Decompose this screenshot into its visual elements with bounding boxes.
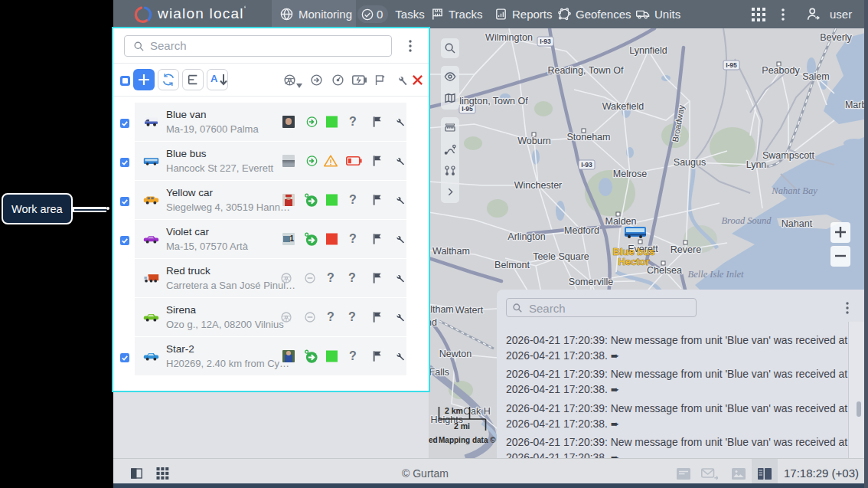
svg-text:Winchester: Winchester xyxy=(514,180,563,191)
svg-text:Arlington: Arlington xyxy=(507,231,545,242)
svg-text:Watert: Watert xyxy=(455,305,484,316)
svg-text:Reading, Town Of: Reading, Town Of xyxy=(547,65,624,76)
svg-text:Salem: Salem xyxy=(802,71,829,82)
svg-text:I-93: I-93 xyxy=(540,38,551,45)
svg-text:Lynn: Lynn xyxy=(746,159,767,170)
svg-text:2 mi: 2 mi xyxy=(454,421,470,431)
svg-text:Hector: Hector xyxy=(618,256,649,267)
svg-text:Wakefield: Wakefield xyxy=(602,101,644,112)
svg-text:altham: altham xyxy=(429,304,454,315)
svg-text:2 km: 2 km xyxy=(445,406,463,415)
svg-text:Teele Square: Teele Square xyxy=(533,251,589,262)
svg-text:r Falls: r Falls xyxy=(429,367,449,378)
svg-text:Medford: Medford xyxy=(564,225,599,236)
svg-text:I-93: I-93 xyxy=(581,161,592,169)
svg-text:Belmont: Belmont xyxy=(494,260,530,270)
svg-text:Belle Isle Inlet: Belle Isle Inlet xyxy=(688,269,744,280)
svg-text:orth Waltham: orth Waltham xyxy=(429,246,470,257)
svg-text:Swampscott: Swampscott xyxy=(762,150,815,161)
svg-text:I-95: I-95 xyxy=(726,61,737,69)
svg-text:Malden: Malden xyxy=(605,216,637,227)
svg-text:Nahant: Nahant xyxy=(782,218,813,229)
svg-text:Stoneham: Stoneham xyxy=(567,132,611,142)
svg-text:Woburn: Woburn xyxy=(517,136,551,146)
svg-text:Saugus: Saugus xyxy=(674,157,706,168)
svg-text:Lynnfield: Lynnfield xyxy=(629,45,667,56)
svg-text:Wilmington: Wilmington xyxy=(485,32,533,43)
svg-text:Nahant Bay: Nahant Bay xyxy=(771,185,817,196)
svg-text:Chelsea: Chelsea xyxy=(647,265,682,276)
svg-text:ed: ed xyxy=(429,436,438,444)
svg-text:Peabody: Peabody xyxy=(762,65,800,76)
svg-text:Melrose: Melrose xyxy=(613,169,648,179)
svg-text:Beverly: Beverly xyxy=(820,32,852,43)
svg-text:Mapping data ©: Mapping data © xyxy=(439,436,496,444)
svg-text:lington, Town Of: lington, Town Of xyxy=(459,96,528,106)
svg-text:Broad Sound: Broad Sound xyxy=(721,215,772,226)
svg-text:Oak H: Oak H xyxy=(463,406,490,417)
svg-text:Newton: Newton xyxy=(439,349,472,359)
svg-text:Somerville: Somerville xyxy=(569,277,613,287)
svg-text:Revere: Revere xyxy=(671,244,701,255)
